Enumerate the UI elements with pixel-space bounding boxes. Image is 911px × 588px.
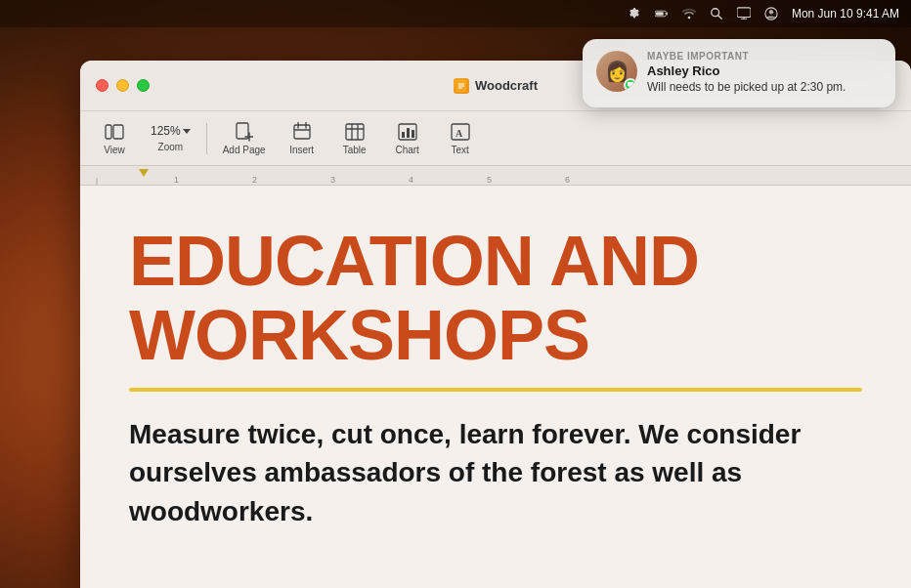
user-icon[interactable] bbox=[764, 7, 778, 21]
doc-icon bbox=[454, 78, 469, 94]
svg-rect-2 bbox=[656, 12, 664, 16]
table-label: Table bbox=[343, 145, 367, 155]
ruler-mark-2: 2 bbox=[252, 175, 257, 185]
messages-badge bbox=[624, 78, 637, 92]
wifi-icon[interactable] bbox=[682, 7, 696, 21]
svg-rect-5 bbox=[737, 8, 751, 18]
minimize-button[interactable] bbox=[116, 79, 129, 92]
notification-sender: Ashley Rico bbox=[647, 63, 882, 78]
add-page-label: Add Page bbox=[223, 145, 266, 155]
notification[interactable]: 👩 MAYBE IMPORTANT Ashley Rico Will needs… bbox=[583, 39, 895, 107]
add-page-icon bbox=[234, 121, 255, 143]
chart-icon bbox=[397, 121, 418, 143]
chart-label: Chart bbox=[395, 145, 418, 155]
svg-rect-29 bbox=[407, 128, 410, 138]
insert-icon bbox=[291, 121, 313, 143]
view-label: View bbox=[104, 145, 125, 155]
window-title: Woodcraft bbox=[475, 78, 538, 93]
traffic-lights bbox=[96, 79, 150, 92]
zoom-label: Zoom bbox=[158, 142, 184, 152]
settings-icon[interactable] bbox=[628, 7, 641, 21]
desktop: Mon Jun 10 9:41 AM Woodcr bbox=[0, 0, 911, 588]
maximize-button[interactable] bbox=[137, 79, 150, 92]
notification-category: MAYBE IMPORTANT bbox=[647, 51, 882, 62]
ruler: | 1 2 3 4 5 6 bbox=[80, 166, 911, 186]
menubar: Mon Jun 10 9:41 AM bbox=[0, 0, 911, 27]
svg-rect-30 bbox=[412, 130, 414, 138]
doc-divider bbox=[129, 388, 862, 392]
close-button[interactable] bbox=[96, 79, 108, 92]
toolbar-sep-1 bbox=[206, 123, 207, 154]
view-icon bbox=[104, 121, 125, 143]
app-window: Woodcraft View 125% bbox=[80, 61, 911, 588]
text-label: Text bbox=[451, 145, 468, 155]
svg-rect-19 bbox=[294, 125, 310, 139]
svg-rect-23 bbox=[346, 124, 364, 140]
ruler-triangle bbox=[139, 169, 149, 177]
zoom-control[interactable]: 125% Zoom bbox=[143, 120, 198, 156]
text-button[interactable]: A Text bbox=[436, 117, 485, 159]
text-icon: A bbox=[450, 121, 471, 143]
ruler-mark-5: 5 bbox=[487, 175, 492, 185]
ruler-mark-3: 3 bbox=[330, 175, 335, 185]
ruler-mark-4: 4 bbox=[409, 175, 413, 185]
zoom-value: 125% bbox=[151, 124, 191, 138]
svg-point-9 bbox=[769, 10, 773, 14]
ruler-mark-0: | bbox=[96, 176, 98, 185]
table-button[interactable]: Table bbox=[330, 117, 379, 159]
svg-rect-1 bbox=[666, 13, 667, 16]
battery-icon[interactable] bbox=[655, 7, 669, 21]
insert-label: Insert bbox=[289, 145, 314, 155]
svg-rect-15 bbox=[113, 125, 123, 139]
display-icon[interactable] bbox=[737, 7, 751, 21]
svg-line-4 bbox=[718, 16, 722, 20]
table-icon bbox=[344, 121, 366, 143]
search-icon[interactable] bbox=[710, 7, 723, 21]
title-area: Woodcraft bbox=[454, 78, 538, 94]
menubar-clock: Mon Jun 10 9:41 AM bbox=[792, 7, 899, 21]
doc-content: EDUCATION AND WORKSHOPS Measure twice, c… bbox=[80, 186, 911, 569]
menubar-right: Mon Jun 10 9:41 AM bbox=[628, 7, 899, 21]
notification-content: MAYBE IMPORTANT Ashley Rico Will needs t… bbox=[647, 51, 882, 96]
add-page-button[interactable]: Add Page bbox=[215, 117, 274, 159]
toolbar: View 125% Zoom bbox=[80, 111, 911, 166]
svg-rect-14 bbox=[106, 125, 111, 139]
ruler-mark-6: 6 bbox=[565, 175, 570, 185]
notification-avatar: 👩 bbox=[596, 51, 637, 92]
ruler-content: | 1 2 3 4 5 6 bbox=[96, 166, 895, 185]
chart-button[interactable]: Chart bbox=[383, 117, 432, 159]
view-button[interactable]: View bbox=[90, 117, 139, 159]
ruler-mark-1: 1 bbox=[174, 175, 179, 185]
svg-rect-28 bbox=[402, 132, 405, 138]
insert-button[interactable]: Insert bbox=[278, 117, 326, 159]
svg-text:A: A bbox=[456, 128, 463, 139]
notification-message: Will needs to be picked up at 2:30 pm. bbox=[647, 80, 882, 96]
doc-body: Measure twice, cut once, learn forever. … bbox=[129, 415, 862, 530]
doc-heading: EDUCATION AND WORKSHOPS bbox=[129, 225, 862, 372]
